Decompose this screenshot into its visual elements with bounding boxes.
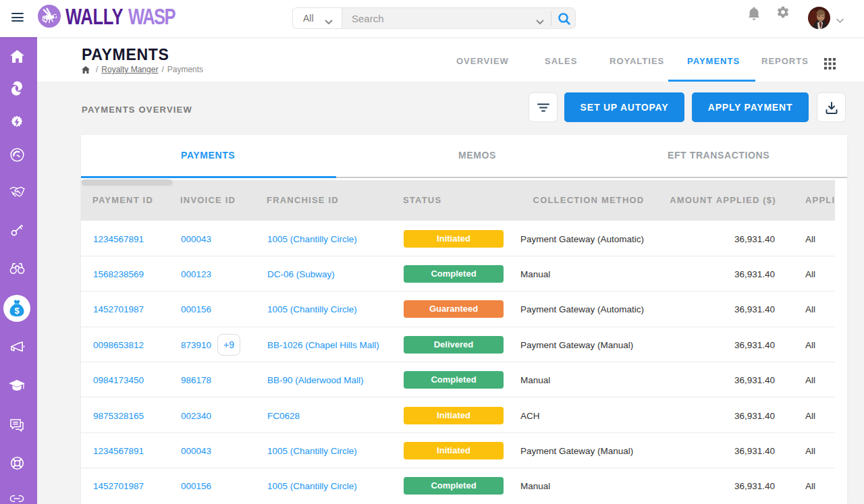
svg-text:$: $ xyxy=(14,305,20,315)
